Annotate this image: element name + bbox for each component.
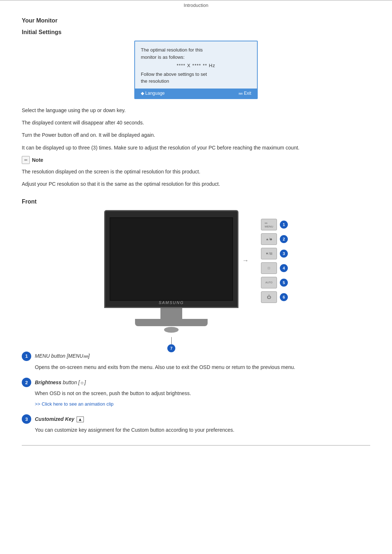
bottom-rule (22, 445, 370, 446)
btn-num-3: 3 (280, 250, 288, 258)
feature-2-desc: When OSD is not on the screen, push the … (35, 389, 370, 397)
monitor-diagram: SAMSUNG 7 → (22, 210, 370, 333)
feature-3-header: 3 Customized Key ▲ (22, 414, 370, 424)
button-row-3: ▼/⊞ 3 (261, 248, 288, 259)
feature-1-desc: Opens the on-screen menu and exits from … (35, 363, 370, 371)
feature-2-body: When OSD is not on the screen, push the … (35, 389, 370, 408)
osd-exit: ㎜ Exit (238, 90, 251, 97)
right-arrow-icon: → (242, 257, 249, 264)
monitor-screen (110, 217, 233, 301)
side-btn-menu-label: ㎜MENU (265, 221, 273, 228)
feature-1-num: 1 (22, 352, 31, 361)
btn-num-6: 6 (280, 293, 288, 301)
breadcrumb-text: Introduction (184, 3, 208, 8)
osd-dialog: The optimal resolution for this monitor … (134, 41, 258, 99)
feature-3-desc: You can customize key assignment for the… (35, 426, 370, 434)
button-row-1: ㎜MENU 1 (261, 219, 288, 230)
initial-settings-para3: Turn the Power button off and on. It wil… (22, 131, 370, 139)
side-btn-custom: ▼/⊞ (261, 248, 277, 259)
note-icon: ✏ (22, 156, 30, 164)
breadcrumb: Introduction (0, 0, 392, 10)
side-btn-brightness: ▲/◆ (261, 233, 277, 245)
osd-line4: the resolution (141, 78, 251, 85)
button-row-4: ⊡ 4 (261, 262, 288, 274)
osd-line1: The optimal resolution for this (141, 46, 251, 54)
monitor-body: SAMSUNG (104, 210, 238, 308)
front-title: Front (22, 198, 370, 205)
feature-1: 1 MENU button [MENU㎜] Opens the on-scree… (22, 352, 370, 371)
osd-body: The optimal resolution for this monitor … (135, 41, 257, 89)
btn-num-4: 4 (280, 264, 288, 272)
monitor-brand: SAMSUNG (159, 300, 184, 305)
side-btn-menu: ㎜MENU (261, 219, 277, 230)
side-btn-custom-label: ▼/⊞ (265, 252, 272, 255)
feature-3-title: Customized Key ▲ (35, 416, 84, 422)
monitor-stand (164, 327, 179, 333)
your-monitor-title: Your Monitor (22, 17, 370, 24)
arrow-indicator: → (242, 257, 250, 264)
btn-num-5: 5 (280, 279, 288, 287)
btn-num-2: 2 (280, 235, 288, 243)
side-btn-brightness-label: ▲/◆ (266, 237, 272, 241)
note-label: Note (32, 157, 43, 163)
osd-resolution: **** X **** ** Hz (141, 62, 251, 69)
side-btn-4: ⊡ (261, 262, 277, 274)
initial-settings-para2: The displayed content will disappear aft… (22, 119, 370, 127)
feature-2-title: Brightness button [☼] (35, 379, 86, 385)
monitor-wrap: SAMSUNG 7 (104, 210, 238, 333)
button-7-badge: 7 (167, 344, 175, 352)
monitor-base (135, 319, 208, 326)
button-row-6: ⏻ 6 (261, 291, 288, 303)
note-box: ✏ Note (22, 156, 370, 164)
btn-num-1: 1 (280, 221, 288, 229)
monitor-neck (160, 308, 182, 319)
initial-settings-title: Initial Settings (22, 29, 370, 36)
side-buttons-panel: ㎜MENU 1 ▲/◆ 2 ▼/⊞ (261, 219, 288, 303)
feature-3-body: You can customize key assignment for the… (35, 426, 370, 434)
feature-3-num: 3 (22, 414, 31, 424)
note-text1: The resolution displayed on the screen i… (22, 168, 370, 176)
side-btn-auto: AUTO (261, 277, 277, 288)
feature-2: 2 Brightness button [☼] When OSD is not … (22, 378, 370, 408)
button-row-2: ▲/◆ 2 (261, 233, 288, 245)
osd-footer: ◆ Language ㎜ Exit (135, 89, 257, 98)
initial-settings-para1: Select the language using the up or down… (22, 106, 370, 114)
osd-language: ◆ Language (141, 90, 165, 97)
side-btn-power: ⏻ (261, 291, 277, 303)
osd-line3: Follow the above settings to set (141, 71, 251, 78)
initial-settings-para4: It can be displayed up to three (3) time… (22, 144, 370, 152)
note-text2: Adjust your PC resolution so that it is … (22, 180, 370, 188)
feature-2-header: 2 Brightness button [☼] (22, 378, 370, 387)
side-btn-power-label: ⏻ (267, 295, 271, 300)
animation-link[interactable]: >> Click here to see an animation clip (35, 401, 114, 407)
osd-line2: monitor is as follows: (141, 54, 251, 61)
feature-1-body: Opens the on-screen menu and exits from … (35, 363, 370, 371)
feature-1-title: MENU button [MENU㎜] (35, 353, 90, 360)
feature-1-header: 1 MENU button [MENU㎜] (22, 352, 370, 361)
feature-3: 3 Customized Key ▲ You can customize key… (22, 414, 370, 434)
side-btn-4-label: ⊡ (268, 266, 270, 270)
customized-key-icon: ▲ (77, 416, 84, 422)
side-btn-auto-label: AUTO (265, 281, 272, 284)
feature-2-num: 2 (22, 378, 31, 387)
button-row-5: AUTO 5 (261, 277, 288, 288)
